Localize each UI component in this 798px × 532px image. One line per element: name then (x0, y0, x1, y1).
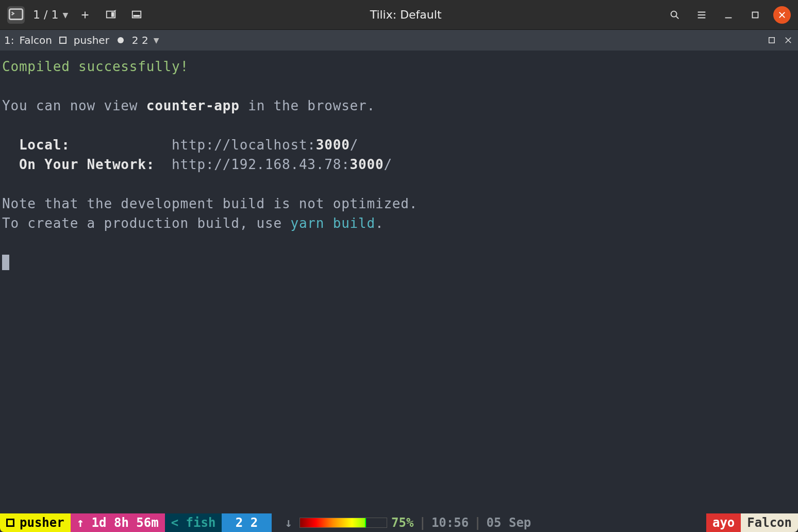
session-panes: 2 2 (132, 34, 148, 46)
note1-line: Note that the development build is not o… (2, 196, 418, 211)
status-spacer (537, 513, 706, 532)
session-maximize-button[interactable] (766, 35, 777, 46)
network-line: On Your Network: http://192.168.43.78:30… (2, 157, 392, 172)
svg-rect-7 (769, 38, 775, 43)
status-battery: 75% (300, 516, 413, 530)
view-line: You can now view counter-app in the brow… (2, 98, 375, 113)
tab-counter-text: 1 / 1 (33, 8, 58, 21)
session-close-button[interactable] (783, 35, 794, 46)
tab-counter[interactable]: 1 / 1 ▼ (33, 8, 68, 21)
square-icon (6, 519, 14, 527)
svg-rect-2 (111, 12, 114, 16)
battery-meter-icon (300, 518, 387, 528)
caret-down-icon: ▼ (62, 11, 68, 19)
terminal-pane[interactable]: Compiled successfully! You can now view … (0, 51, 798, 513)
svg-rect-6 (753, 12, 758, 18)
menu-button[interactable] (693, 6, 710, 24)
svg-rect-4 (134, 15, 140, 17)
status-uptime: ↑ 1d 8h 56m (71, 513, 165, 532)
status-bar: pusher ↑ 1d 8h 56m < fish 2 2 ↓ 75% 10:5… (0, 513, 798, 532)
status-time: 10:56 (431, 516, 469, 530)
session-dir: pusher (74, 34, 109, 46)
minimize-button[interactable] (720, 6, 737, 24)
split-down-button[interactable] (128, 6, 145, 24)
split-right-button[interactable] (102, 6, 120, 24)
session-bar: 1: Falcon pusher 2 2 ▼ (0, 30, 798, 51)
session-index: 1: (4, 34, 14, 46)
status-right: ↓ 75% 10:56 05 Sep (272, 513, 538, 532)
terminal-window: 1 / 1 ▼ Tilix: Default (0, 0, 798, 532)
status-host: Falcon (741, 513, 798, 532)
dot-icon (118, 37, 124, 43)
up-arrow-icon: ↑ (77, 516, 84, 530)
compiled-line: Compiled successfully! (2, 59, 189, 74)
note2-line: To create a production build, use yarn b… (2, 215, 384, 231)
close-button[interactable] (773, 6, 791, 24)
down-arrow-icon: ↓ (278, 516, 300, 530)
status-user: ayo (706, 513, 741, 532)
session-caret-icon[interactable]: ▼ (154, 36, 159, 44)
session-host: Falcon (19, 34, 52, 46)
status-panes: 2 2 (222, 513, 271, 532)
cursor (2, 255, 9, 270)
maximize-button[interactable] (746, 6, 764, 24)
battery-percent: 75% (391, 516, 413, 530)
status-shell: < fish (165, 513, 222, 532)
square-icon (59, 37, 66, 44)
terminal-output: Compiled successfully! You can now view … (2, 57, 796, 272)
window-title: Tilix: Default (152, 8, 660, 21)
svg-point-5 (671, 11, 677, 16)
status-session[interactable]: pusher (0, 513, 71, 532)
new-tab-button[interactable] (76, 6, 94, 24)
search-button[interactable] (666, 6, 684, 24)
app-icon[interactable] (7, 6, 25, 24)
svg-rect-0 (9, 9, 23, 19)
local-line: Local: http://localhost:3000/ (2, 137, 358, 153)
titlebar: 1 / 1 ▼ Tilix: Default (0, 0, 798, 30)
status-date: 05 Sep (487, 516, 531, 530)
